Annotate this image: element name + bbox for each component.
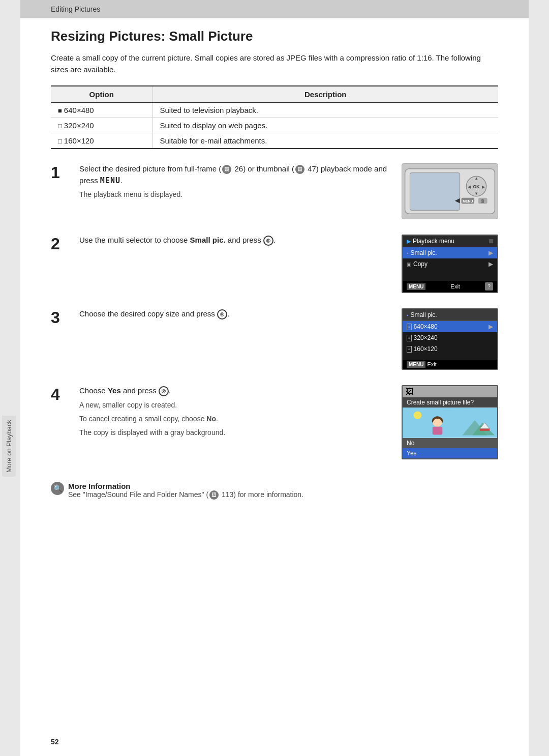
ref-icon-2: 🖼 xyxy=(295,165,304,174)
dialog-header: Create small picture file? xyxy=(403,397,497,408)
sm-title: ▪ Small pic. xyxy=(403,309,497,321)
option-icon: □ xyxy=(58,122,62,130)
option-icon: ■ xyxy=(58,107,62,114)
size-icon-320: ▫ xyxy=(407,335,412,341)
table-cell-option: □160×120 xyxy=(51,133,152,149)
breadcrumb: Editing Pictures xyxy=(51,5,100,13)
table-row: □320×240 Suited to display on web pages. xyxy=(51,118,498,133)
dialog-image xyxy=(403,408,497,438)
size-icon-640: ▪ xyxy=(407,324,412,330)
table-header-option: Option xyxy=(51,86,152,103)
smallpic-icon: ▪ xyxy=(407,250,409,256)
size-icon-160: ▫ xyxy=(407,346,412,353)
options-table: Option Description ■640×480 Suited to te… xyxy=(51,85,498,149)
more-info-icon: 🔍 xyxy=(51,482,64,495)
table-cell-description: Suited to display on web pages. xyxy=(152,118,498,133)
table-cell-option: □320×240 xyxy=(51,118,152,133)
sm-item-160: ▫ 160×120 xyxy=(403,343,497,355)
more-info-section: 🔍 More Information See "Image/Sound File… xyxy=(51,475,498,500)
dialog-option-yes: Yes xyxy=(403,448,497,458)
ok-circle-3: ® xyxy=(217,309,227,319)
option-icon: □ xyxy=(58,137,62,145)
table-cell-option: ■640×480 xyxy=(51,103,152,118)
dialog-icon: 🖼 xyxy=(406,387,414,396)
step-2-image: ▶ Playback menu ▪ Small pic. ▶ ▣ Copy ▶ … xyxy=(402,235,498,293)
page: More on Playback Editing Pictures Resizi… xyxy=(20,0,529,756)
ref-icon-1: 🖼 xyxy=(222,165,231,174)
step-1-content: Select the desired picture from full-fra… xyxy=(79,163,391,203)
step-3: 3 Choose the desired copy size and press… xyxy=(51,308,498,370)
menu-keyword-1: MENU xyxy=(100,176,120,185)
more-info-content: More Information See "Image/Sound File a… xyxy=(68,482,303,500)
svg-rect-20 xyxy=(433,427,443,435)
sm-icon: ▪ xyxy=(407,312,409,318)
menu-item-smallpic: ▪ Small pic. ▶ xyxy=(403,247,497,258)
step-2-content: Use the multi selector to choose Small p… xyxy=(79,235,391,249)
sidebar-tab: More on Playback xyxy=(2,416,16,477)
table-cell-description: Suitable for e-mail attachments. xyxy=(152,133,498,149)
step-4-number: 4 xyxy=(51,386,69,402)
ok-circle-2: ® xyxy=(263,236,273,246)
step-4-image: 🖼 Create small picture file? xyxy=(402,385,498,459)
step-1: 1 Select the desired picture from full-f… xyxy=(51,163,498,219)
table-cell-description: Suited to television playback. xyxy=(152,103,498,118)
more-info-desc: See "Image/Sound File and Folder Names" … xyxy=(68,490,303,500)
menu-item-copy: ▣ Copy ▶ xyxy=(403,258,497,270)
intro-text: Create a small copy of the current pictu… xyxy=(51,52,498,75)
sm-item-320: ▫ 320×240 xyxy=(403,332,497,343)
step-3-content: Choose the desired copy size and press ®… xyxy=(79,308,391,323)
svg-text:OK: OK xyxy=(473,184,480,189)
step-3-number: 3 xyxy=(51,309,69,326)
step-4-text: Choose Yes and press ®. xyxy=(79,385,391,397)
step-2-number: 2 xyxy=(51,236,69,252)
dialog-options: No Yes xyxy=(403,438,497,458)
svg-text:▼: ▼ xyxy=(474,191,478,196)
svg-point-18 xyxy=(414,411,422,419)
step-1-text: Select the desired picture from full-fra… xyxy=(79,163,391,186)
step-1-number: 1 xyxy=(51,164,69,181)
arrow-right-2: ▶ xyxy=(489,260,493,268)
svg-text:▶: ▶ xyxy=(482,185,485,189)
ref-icon-3: 🖼 xyxy=(209,490,219,500)
camera-back-ui: OK ▲ ▼ ◀ ▶ MENU 🗑 xyxy=(402,163,498,219)
arrow-right-640: ▶ xyxy=(489,323,493,330)
page-header: Editing Pictures xyxy=(20,0,529,18)
step-3-text: Choose the desired copy size and press ®… xyxy=(79,308,391,320)
menu-title: ▶ Playback menu xyxy=(403,236,497,247)
menu-footer: MENU Exit ? xyxy=(403,281,497,292)
table-row: □160×120 Suitable for e-mail attachments… xyxy=(51,133,498,149)
menu-keyword: MENU xyxy=(407,283,425,290)
step-2-text: Use the multi selector to choose Small p… xyxy=(79,235,391,246)
playback-menu-ui: ▶ Playback menu ▪ Small pic. ▶ ▣ Copy ▶ … xyxy=(402,235,498,293)
sm-spacer xyxy=(403,355,497,360)
page-number: 52 xyxy=(51,738,59,746)
sm-menu-keyword: MENU xyxy=(407,361,425,368)
svg-rect-1 xyxy=(410,173,460,211)
step-1-subnote: The playback menu is displayed. xyxy=(79,189,391,200)
step-4-note2: To cancel creating a small copy, choose … xyxy=(79,414,391,424)
page-title: Resizing Pictures: Small Picture xyxy=(51,28,498,44)
step-1-image: OK ▲ ▼ ◀ ▶ MENU 🗑 xyxy=(402,163,498,219)
table-header-description: Description xyxy=(152,86,498,103)
smallpic-size-menu: ▪ Small pic. ▪ 640×480 ▶ ▫ 320×240 ▫ 160… xyxy=(402,308,498,370)
sm-item-640: ▪ 640×480 ▶ xyxy=(403,321,497,332)
ok-circle-4: ® xyxy=(159,386,169,396)
more-info-title: More Information xyxy=(68,482,303,490)
step-4: 4 Choose Yes and press ®. A new, smaller… xyxy=(51,385,498,459)
dialog-icon-row: 🖼 xyxy=(403,386,497,397)
copy-icon: ▣ xyxy=(407,261,411,267)
help-icon: ? xyxy=(485,282,493,290)
sm-footer: MENU Exit xyxy=(403,360,497,369)
dialog-option-no: No xyxy=(403,438,497,448)
step-4-note1: A new, smaller copy is created. xyxy=(79,400,391,411)
svg-text:▲: ▲ xyxy=(474,176,478,181)
step-4-note3: The copy is displayed with a gray backgr… xyxy=(79,427,391,438)
arrow-right-1: ▶ xyxy=(489,249,493,256)
svg-text:MENU: MENU xyxy=(463,199,473,203)
step-3-image: ▪ Small pic. ▪ 640×480 ▶ ▫ 320×240 ▫ 160… xyxy=(402,308,498,370)
create-dialog: 🖼 Create small picture file? xyxy=(402,385,498,459)
svg-text:◀: ◀ xyxy=(468,185,471,189)
menu-spacer xyxy=(403,270,497,280)
table-row: ■640×480 Suited to television playback. xyxy=(51,103,498,118)
step-4-content: Choose Yes and press ®. A new, smaller c… xyxy=(79,385,391,441)
